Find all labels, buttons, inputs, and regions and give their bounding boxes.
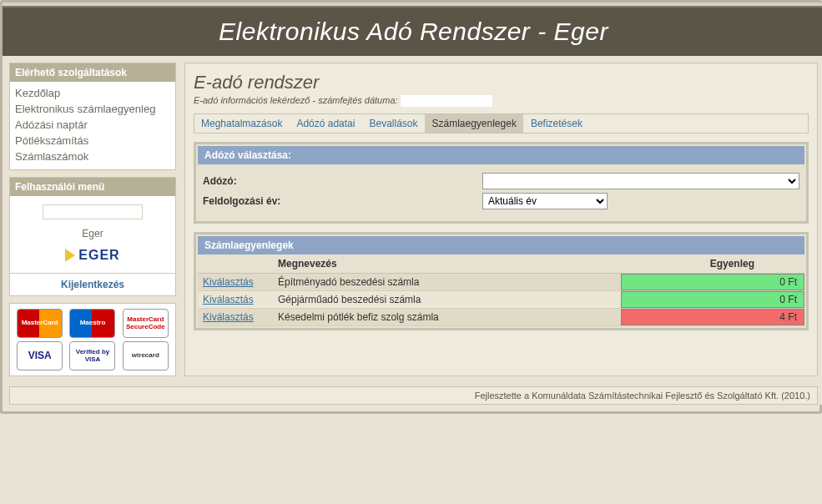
footer: Fejlesztette a Komunáldata Számítástechn…	[9, 386, 818, 405]
sidebar-services-title: Elérhető szolgáltatások	[10, 63, 175, 82]
securecode-icon: MasterCard SecureCode	[123, 309, 169, 338]
select-row-0[interactable]: Kiválasztás	[203, 276, 254, 288]
sidebar-item-accounts[interactable]: Számlaszámok	[15, 149, 170, 164]
page-title: Elektronikus Adó Rendszer - Eger	[3, 18, 822, 46]
main-heading: E-adó rendszer	[194, 72, 809, 93]
mastercard-icon: MasterCard	[17, 309, 63, 338]
year-label: Feldolgozási év:	[203, 195, 320, 207]
balances-panel: Számlaegyenlegek Megnevezés Egyenleg Kiv…	[194, 232, 809, 330]
row-name: Gépjárműadó beszedési számla	[273, 291, 621, 309]
visa-icon: VISA	[17, 341, 63, 370]
sidebar-item-home[interactable]: Kezdőlap	[15, 85, 170, 101]
table-row: Kiválasztás Építményadó beszedési számla…	[198, 274, 804, 291]
adozo-label: Adózó:	[203, 175, 320, 187]
table-row: Kiválasztás Gépjárműadó beszedési számla…	[198, 291, 804, 309]
eger-chevron-icon	[65, 249, 75, 262]
tab-bevallasok[interactable]: Bevallások	[362, 114, 425, 133]
logout-link[interactable]: Kijelentkezés	[61, 279, 124, 290]
footer-text: Fejlesztette a Komunáldata Számítástechn…	[475, 391, 810, 401]
tab-szamlaegyenlegek[interactable]: Számlaegyenlegek	[425, 114, 523, 133]
payment-logos: MasterCard Maestro MasterCard SecureCode…	[9, 303, 176, 376]
sidebar: Elérhető szolgáltatások Kezdőlap Elektro…	[9, 63, 176, 376]
balances-title: Számlaegyenlegek	[198, 236, 804, 255]
table-row: Kiválasztás Késedelmi pótlék befiz szolg…	[198, 309, 804, 326]
user-name-placeholder	[43, 204, 143, 219]
user-city: Eger	[13, 228, 172, 239]
row-name: Késedelmi pótlék befiz szolg számla	[273, 309, 621, 326]
taxpayer-selector-title: Adózó választása:	[198, 146, 804, 164]
maestro-icon: Maestro	[69, 309, 115, 338]
wirecard-icon: wirecard	[123, 341, 169, 370]
tab-meghatalmazasok[interactable]: Meghatalmazások	[194, 114, 290, 133]
balance-badge: 0 Ft	[621, 274, 804, 290]
eger-logo: EGER	[65, 248, 119, 263]
select-row-2[interactable]: Kiválasztás	[203, 311, 254, 323]
sidebar-item-surcharge[interactable]: Pótlékszámítás	[15, 133, 170, 149]
verified-by-visa-icon: Verified by VISA	[69, 341, 115, 370]
balance-badge: 4 Ft	[621, 309, 804, 325]
taxpayer-selector-panel: Adózó választása: Adózó: Feldolgozási év…	[194, 142, 809, 224]
select-row-1[interactable]: Kiválasztás	[203, 294, 254, 305]
col-name: Megnevezés	[273, 255, 621, 274]
balance-badge: 0 Ft	[621, 291, 804, 308]
app-header: Elektronikus Adó Rendszer - Eger	[3, 6, 822, 56]
sidebar-item-calendar[interactable]: Adózási naptár	[15, 117, 170, 133]
year-select[interactable]: Aktuális év	[482, 193, 608, 209]
adozo-select[interactable]	[482, 173, 799, 189]
col-balance: Egyenleg	[621, 255, 804, 274]
subline-prefix: E-adó információs lekérdező - számfejtés…	[194, 95, 398, 105]
eger-logo-text: EGER	[78, 248, 119, 263]
main-subline: E-adó információs lekérdező - számfejtés…	[194, 95, 809, 107]
col-select	[198, 255, 273, 274]
sidebar-user-title: Felhasználói menü	[10, 178, 175, 196]
tab-adozo-adatai[interactable]: Adózó adatai	[290, 114, 362, 133]
row-name: Építményadó beszedési számla	[273, 274, 621, 291]
tab-befizetesek[interactable]: Befizetések	[524, 114, 590, 133]
calc-date-value	[401, 95, 492, 107]
sidebar-item-balance[interactable]: Elektronikus számlaegyenleg	[15, 101, 170, 117]
main-content: E-adó rendszer E-adó információs lekérde…	[184, 63, 818, 376]
tabs: Meghatalmazások Adózó adatai Bevallások …	[194, 113, 809, 134]
